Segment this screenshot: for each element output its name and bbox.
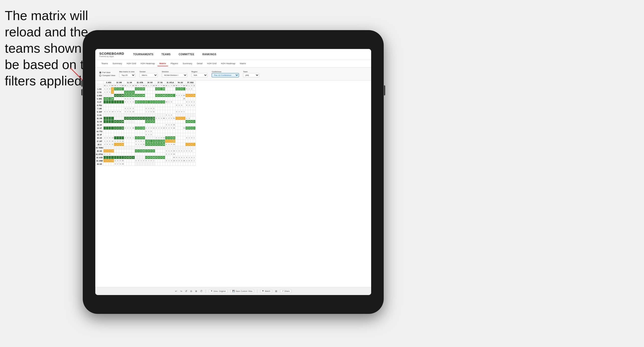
col-header-uu: 54. UU [175, 81, 185, 84]
undo-icon[interactable]: ↩ [175, 290, 177, 293]
sh-17: W [145, 84, 147, 87]
sub-nav-h2h-grid2[interactable]: H2H Grid [205, 61, 219, 66]
row-label: 7. UM [96, 107, 104, 110]
team-label: Team [243, 71, 259, 73]
watch-label: Watch [265, 290, 270, 292]
sh-32: Dif [183, 84, 185, 87]
table-row: 22. UCB 1303 14012 0103 44 0301 0101 [96, 156, 196, 159]
sh-35: T [190, 84, 193, 87]
zoom-in-icon[interactable]: ⊕ [195, 290, 197, 293]
sh-33: W [185, 84, 188, 87]
sub-nav-h2h-heatmap[interactable]: H2H Heatmap [139, 61, 157, 66]
table-row: 11. UA 01010 3400 0301 [96, 120, 196, 123]
gender-filter: Gender Men's Women's [139, 71, 158, 77]
sh-25: W [165, 84, 168, 87]
gender-select[interactable]: Men's Women's [139, 73, 158, 77]
sub-nav-matrix2[interactable]: Matrix [238, 61, 248, 66]
nav-rankings[interactable]: RANKINGS [201, 52, 218, 57]
logo-title: SCOREBOARD [99, 52, 124, 55]
sh-4: Dif [111, 84, 114, 87]
row-label: 11. UA [96, 120, 104, 123]
row-label: 15. UF [96, 133, 104, 136]
row-label: 4. UNC [96, 97, 104, 100]
sub-nav-summary[interactable]: Summary [111, 61, 124, 66]
tablet-device: SCOREBOARD Powered by clippd TOURNAMENTS… [83, 30, 384, 314]
redo-icon[interactable]: ↪ [180, 290, 182, 293]
table-row: 7. UM 0100 0100 [96, 107, 196, 110]
save-custom-view-btn[interactable]: 💾 Save Custom View [230, 289, 254, 293]
sub-nav-players[interactable]: Players [169, 61, 180, 66]
sh-7: T [119, 84, 121, 87]
power-button[interactable] [384, 85, 385, 95]
row-label: 19. TAMU [96, 146, 104, 149]
sh-5: W [114, 84, 116, 87]
sh-13: W [135, 84, 137, 87]
max-teams-filter: Max teams in view Top 25 Top 50 All [119, 71, 135, 77]
sh-12: Dif [132, 84, 135, 87]
sub-nav-detail[interactable]: Detail [195, 61, 205, 66]
region-filter: Region N/A East West [191, 71, 208, 77]
share-btn[interactable]: ↗ Share [280, 289, 291, 293]
row-label: 2. VU [96, 91, 104, 94]
zoom-out-icon[interactable]: ⊖ [190, 290, 192, 293]
refresh-icon[interactable]: ↺ [185, 290, 187, 293]
col-header-ucb: 22. UCB [135, 81, 145, 84]
table-row: 21. ETSU 010 01016 [96, 153, 196, 156]
sh-34: L [188, 84, 190, 87]
division-filter: Division NCAA Division I NCAA Division I… [162, 71, 187, 77]
row-label: 17. GIT [96, 140, 104, 143]
compact-view-radio[interactable]: Compact View [99, 74, 115, 77]
table-row: 12. UV 01015 [96, 123, 196, 127]
conference-select[interactable]: Pac-12 Conference (All) Big Ten [212, 73, 239, 77]
nav-tournaments[interactable]: TOURNAMENTS [132, 52, 155, 57]
table-row: 6. FSU 010 0102 [96, 104, 196, 107]
table-row: 24. UO 02029 [96, 162, 196, 166]
sh-10: L [127, 84, 129, 87]
table-row: 8. UAF 01014 120 01015 11011 0101 [96, 110, 196, 113]
volume-up-button[interactable] [81, 80, 83, 87]
row-label: 22. UCB [96, 156, 104, 159]
table-row: 3. ASU 04080 500120 02048 01052 010 0206… [96, 94, 196, 97]
col-header-uw: 10. UW [114, 81, 124, 84]
matrix-scroll-area[interactable]: 3. ASU 10. UW 11. UA 22. UCB 24. UO 27. … [95, 81, 371, 287]
clock-icon[interactable]: ⏱ [200, 290, 203, 293]
row-label: 18. U [96, 143, 104, 146]
volume-down-button[interactable] [81, 89, 83, 95]
conference-label: Conference [212, 71, 239, 73]
region-select[interactable]: N/A East West [191, 73, 208, 77]
sh-8: Dif [121, 84, 124, 87]
division-select[interactable]: NCAA Division I NCAA Division II NCAA Di… [162, 73, 187, 77]
table-row: 19. TAMU [96, 146, 196, 149]
sh-26: L [168, 84, 170, 87]
view-mode-group: Full View Compact View [99, 71, 115, 77]
max-teams-select[interactable]: Top 25 Top 50 All [119, 73, 135, 77]
grid-icon[interactable]: ⊞ [275, 290, 277, 293]
sh-11: T [129, 84, 132, 87]
tablet-screen: SCOREBOARD Powered by clippd TOURNAMENTS… [95, 49, 371, 295]
table-row: 23. UNM 200-21 20025 0010 0101 01010 030… [96, 159, 196, 162]
sub-nav-teams[interactable]: Teams [99, 61, 110, 66]
nav-teams[interactable]: TEAMS [160, 52, 172, 57]
sh-24: Dif [163, 84, 165, 87]
watch-btn[interactable]: ⚑ Watch [260, 289, 272, 293]
sh-30: L [178, 84, 180, 87]
table-row: 1. AU 12023 010 20027 0050 010 010 [96, 87, 196, 91]
share-icon: ↗ [282, 290, 284, 292]
corner-header [96, 81, 104, 84]
row-label: 6. FSU [96, 104, 104, 107]
sh-6: L [116, 84, 119, 87]
team-select[interactable]: (All) [243, 73, 259, 77]
sub-nav-matrix[interactable]: Matrix [157, 61, 168, 66]
full-view-radio[interactable]: Full View [99, 71, 115, 74]
view-original-btn[interactable]: 👁 View: Original [209, 289, 227, 293]
sh-19: T [150, 84, 152, 87]
sub-nav-h2h-heatmap2[interactable]: H2H Heatmap [219, 61, 237, 66]
sh-31: T [180, 84, 183, 87]
row-label: 21. ETSU [96, 153, 104, 156]
sub-nav-summary2[interactable]: Summary [181, 61, 194, 66]
table-row: 5. UT 0140 35011 011 0210 4010 0102 [96, 100, 196, 104]
sub-nav-h2h-grid[interactable]: H2H Grid [125, 61, 138, 66]
sh-36: D [193, 84, 195, 87]
col-header-su: 27. SU [155, 81, 165, 84]
nav-committee[interactable]: COMMITTEE [177, 52, 196, 57]
